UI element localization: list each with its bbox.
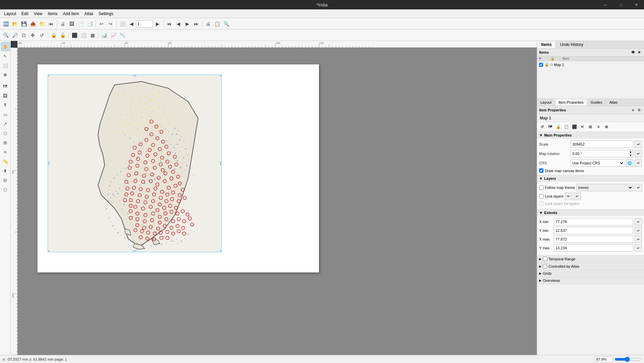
unlock-items-button[interactable]: 🔓 xyxy=(58,31,67,40)
temporal-range-check[interactable] xyxy=(543,257,547,261)
add-node-tool[interactable]: ⬡ xyxy=(1,129,10,138)
controlled-by-atlas-header[interactable]: ▶ Controlled by Atlas xyxy=(537,263,644,270)
select-tool[interactable]: ↖ xyxy=(1,52,10,60)
ymax-apply-button[interactable]: ↵ xyxy=(635,244,642,252)
item-lock-icon[interactable]: 🔒 xyxy=(544,62,549,67)
menu-settings[interactable]: Settings xyxy=(96,11,116,17)
zoom-out-button[interactable]: 🔎 xyxy=(10,31,19,40)
lock-items-button[interactable]: 🔒 xyxy=(49,31,58,40)
handle-bl[interactable] xyxy=(48,251,49,252)
print-button[interactable]: 🖨 xyxy=(58,19,67,28)
full-extent-button[interactable]: ⬜ xyxy=(118,19,127,28)
items-lock-button[interactable]: ✕ xyxy=(636,49,642,55)
rotation-up-button[interactable]: ▲ xyxy=(628,150,633,154)
prop-close-button[interactable]: ✕ xyxy=(630,107,636,113)
handle-tl[interactable] xyxy=(48,74,49,76)
ymax-input[interactable] xyxy=(554,244,633,252)
menu-edit[interactable]: Edit xyxy=(19,11,31,17)
close-button[interactable]: ✕ xyxy=(629,0,644,9)
resize-button[interactable]: ▦ xyxy=(88,31,97,40)
grids-header[interactable]: ▶ Grids xyxy=(537,270,644,277)
xmin-apply-button[interactable]: ↵ xyxy=(635,218,642,225)
scale-apply-button[interactable]: ↵ xyxy=(635,141,642,148)
add-text-tool[interactable]: T xyxy=(1,101,10,109)
tab-items[interactable]: Items xyxy=(537,41,556,48)
follow-theme-apply-button[interactable]: ↵ xyxy=(635,184,642,191)
zoom-full-button[interactable]: 🔍 xyxy=(222,19,231,28)
list-item[interactable]: 🔒 □ Map 1 xyxy=(538,62,643,67)
new-button[interactable]: 🆕 xyxy=(1,19,10,28)
open-recent-button[interactable]: 📁 xyxy=(38,19,46,28)
lock-layers-edit-button[interactable]: ✏ xyxy=(565,193,572,200)
select-rect-tool[interactable]: ⬜ xyxy=(1,61,10,70)
tab-atlas[interactable]: Atlas xyxy=(606,99,621,106)
export-pdf-button[interactable]: 📑 xyxy=(85,19,94,28)
open-button[interactable]: 📂 xyxy=(10,19,19,28)
pan-tool-button[interactable]: ✥ xyxy=(28,31,37,40)
map-rotation-input[interactable] xyxy=(571,150,628,157)
main-properties-header[interactable]: ▼ Main Properties xyxy=(537,132,644,139)
menu-atlas[interactable]: Atlas xyxy=(82,11,96,17)
tab-item-properties[interactable]: Item Properties xyxy=(555,99,587,106)
rotation-down-button[interactable]: ▼ xyxy=(628,154,633,157)
follow-theme-select[interactable]: (none) xyxy=(576,184,633,191)
crs-select[interactable]: Use Project CRS xyxy=(571,159,625,167)
add-legend-tool[interactable]: ≡ xyxy=(1,148,10,156)
add2-button[interactable]: ⊕ xyxy=(603,123,610,131)
delete-button[interactable]: ✕ xyxy=(579,123,586,131)
tab-guides[interactable]: Guides xyxy=(587,99,606,106)
ymin-apply-button[interactable]: ↵ xyxy=(635,227,642,234)
export-svg-button[interactable]: 📄 xyxy=(76,19,85,28)
group-button[interactable]: 📊 xyxy=(100,31,109,40)
canvas-area[interactable] xyxy=(17,48,537,355)
raise-button[interactable]: 📈 xyxy=(109,31,118,40)
first-page-button[interactable]: ⏮ xyxy=(165,19,174,28)
handle-tm[interactable] xyxy=(133,74,136,76)
save-button[interactable]: 💾 xyxy=(19,19,28,28)
refresh-button[interactable]: ↺ xyxy=(38,31,46,40)
draw-canvas-check[interactable] xyxy=(539,168,543,173)
add-map-tool[interactable]: 🗺 xyxy=(1,82,10,91)
set-map-extent-button[interactable]: 🗺 xyxy=(546,123,554,131)
crs-apply-button[interactable]: ↵ xyxy=(635,159,642,167)
lock-layers-check[interactable] xyxy=(539,194,543,199)
tab-layout[interactable]: Layout xyxy=(537,99,555,106)
revert-button[interactable]: ⏮ xyxy=(47,19,55,28)
pan-tool[interactable]: ✋ xyxy=(1,42,10,51)
add-3d-tool[interactable]: ⬡ xyxy=(1,185,10,194)
ymin-input[interactable] xyxy=(554,227,633,234)
next-page2-button[interactable]: ▶ xyxy=(183,19,192,28)
menu-add-item[interactable]: Add Item xyxy=(60,11,82,17)
add-table-tool[interactable]: ⊟ xyxy=(1,176,10,185)
handle-tr[interactable] xyxy=(220,74,222,76)
last-page-button[interactable]: ⏭ xyxy=(192,19,201,28)
xmin-input[interactable] xyxy=(554,218,633,225)
export-img-button[interactable]: 🖼 xyxy=(67,19,76,28)
prop-detach-button[interactable]: ⧉ xyxy=(636,107,642,113)
lock-layers-apply-button[interactable]: ↵ xyxy=(574,193,581,200)
save-as-button[interactable]: 📤 xyxy=(28,19,37,28)
controlled-by-atlas-check[interactable] xyxy=(543,264,547,268)
layers-header[interactable]: ▼ Layers xyxy=(537,175,644,182)
temporal-range-header[interactable]: ▶ Temporal Range xyxy=(537,255,644,262)
menu-view[interactable]: View xyxy=(31,11,45,17)
handle-br[interactable] xyxy=(220,251,222,252)
follow-theme-check[interactable] xyxy=(539,186,543,190)
properties-button[interactable]: ≡ xyxy=(595,123,602,131)
add-arrow-tool[interactable]: ↗ xyxy=(1,119,10,128)
export2-button[interactable]: 📋 xyxy=(213,19,221,28)
paste-button[interactable]: ⬛ xyxy=(571,123,578,131)
menu-items[interactable]: Items xyxy=(45,11,60,17)
lower-button[interactable]: 📉 xyxy=(118,31,127,40)
prev-page-button[interactable]: ◀ xyxy=(127,19,136,28)
add-img-tool[interactable]: 🖼 xyxy=(1,91,10,100)
zoom-in-button[interactable]: 🔍 xyxy=(1,31,10,40)
undo-button[interactable]: ↩ xyxy=(97,19,106,28)
rotation-apply-button[interactable]: ↵ xyxy=(635,150,642,157)
next-page-button[interactable]: ▶ xyxy=(153,19,162,28)
xmax-input[interactable] xyxy=(554,236,633,243)
add-shape-tool[interactable]: ▭ xyxy=(1,110,10,119)
copy-button[interactable]: 📋 xyxy=(563,123,570,131)
overviews-header[interactable]: ▶ Overviews xyxy=(537,277,644,284)
handle-mr[interactable] xyxy=(220,162,222,165)
